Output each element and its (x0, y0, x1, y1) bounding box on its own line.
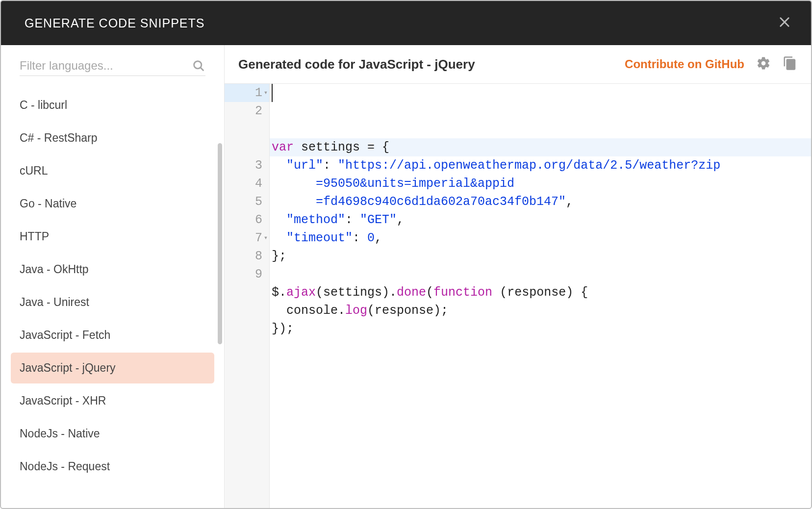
main-header: Generated code for JavaScript - jQuery C… (225, 45, 811, 83)
gutter-line: 3 (225, 156, 269, 175)
copy-code-button[interactable] (783, 56, 797, 73)
gutter-line: 2 (225, 102, 269, 120)
gutter-line: 5 (225, 193, 269, 211)
close-icon (778, 15, 791, 31)
fold-marker-icon[interactable]: ▾ (262, 84, 269, 102)
generated-code-title: Generated code for JavaScript - jQuery (238, 57, 613, 72)
gutter-line: 4 (225, 175, 269, 193)
code-line: }); (270, 320, 811, 338)
close-button[interactable] (778, 15, 791, 31)
modal-title: GENERATE CODE SNIPPETS (25, 16, 204, 30)
language-item[interactable]: JavaScript - XHR (11, 385, 214, 416)
editor-code[interactable]: var settings = { "url": "https://api.ope… (270, 84, 811, 508)
language-item[interactable]: C# - RestSharp (11, 123, 214, 153)
language-item[interactable]: NodeJs - Native (11, 418, 214, 449)
language-item[interactable]: cURL (11, 155, 214, 186)
code-line (270, 265, 811, 283)
code-line: =fd4698c940c6d1da602a70ac34f0b147", (270, 193, 811, 211)
language-item[interactable]: Java - OkHttp (11, 254, 214, 285)
code-line: $.ajax(settings).done(function (response… (270, 283, 811, 302)
language-item[interactable]: C - libcurl (11, 90, 214, 121)
search-icon (192, 59, 205, 73)
language-item[interactable]: Java - Unirest (11, 287, 214, 318)
main-panel: Generated code for JavaScript - jQuery C… (225, 45, 811, 508)
settings-button[interactable] (756, 56, 771, 73)
code-line: =95050&units=imperial&appid (270, 175, 811, 193)
language-list[interactable]: C - libcurlC# - RestSharpcURLGo - Native… (1, 81, 224, 508)
gutter-line: 9 (225, 265, 269, 283)
language-sidebar: C - libcurlC# - RestSharpcURLGo - Native… (1, 45, 225, 508)
svg-line-3 (201, 68, 203, 71)
gutter-line: 7▾ (225, 229, 269, 247)
editor-gutter: 1▾234567▾89 (225, 84, 270, 508)
code-line: console.log(response); (270, 302, 811, 320)
editor-cursor (272, 84, 273, 102)
code-line: var settings = { (270, 138, 811, 156)
language-item[interactable]: Go - Native (11, 188, 214, 219)
gutter-line: 8 (225, 247, 269, 265)
language-item[interactable]: JavaScript - Fetch (11, 320, 214, 351)
code-editor[interactable]: 1▾234567▾89 var settings = { "url": "htt… (225, 83, 811, 508)
code-line: "timeout": 0, (270, 229, 811, 247)
language-item[interactable]: NodeJs - Request (11, 451, 214, 482)
code-line: "url": "https://api.openweathermap.org/d… (270, 156, 811, 175)
modal-header: GENERATE CODE SNIPPETS (1, 1, 811, 45)
gutter-line: 6 (225, 211, 269, 229)
gutter-line (225, 120, 269, 138)
language-item[interactable]: JavaScript - jQuery (11, 353, 214, 383)
filter-languages-input[interactable] (20, 59, 192, 73)
code-line: }; (270, 247, 811, 265)
fold-marker-icon[interactable]: ▾ (262, 229, 269, 247)
copy-icon (783, 56, 797, 73)
gear-icon (756, 56, 771, 73)
code-line: "method": "GET", (270, 211, 811, 229)
language-item[interactable]: HTTP (11, 221, 214, 252)
sidebar-scrollbar[interactable] (218, 143, 222, 344)
gutter-line (225, 138, 269, 156)
contribute-github-link[interactable]: Contribute on GitHub (625, 57, 744, 71)
gutter-line: 1▾ (225, 84, 269, 102)
